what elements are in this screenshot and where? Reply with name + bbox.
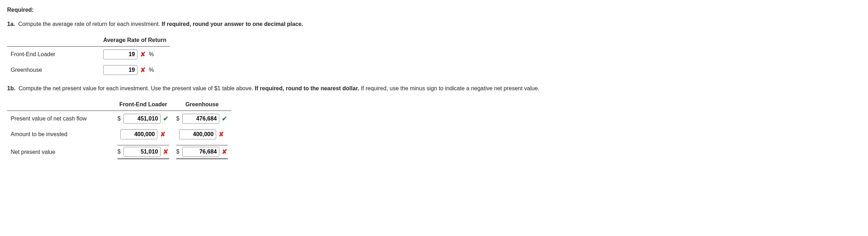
- row-label: Greenhouse: [7, 62, 100, 78]
- pv-input-greenhouse[interactable]: [182, 114, 219, 124]
- row-label: Amount to be invested: [7, 127, 114, 142]
- npv-input-greenhouse[interactable]: [182, 147, 219, 157]
- col-header-frontend: Front-End Loader: [114, 98, 173, 111]
- table-row: Front-End Loader ✘ %: [7, 47, 170, 63]
- question-1b: 1b. Compute the net present value for ea…: [7, 84, 861, 93]
- blank-header: [7, 34, 100, 47]
- q1b-tail2: If required, use the minus sign to indic…: [361, 85, 539, 91]
- q1b-text: Compute the net present value for each i…: [19, 85, 253, 91]
- q1a-number: 1a.: [7, 21, 15, 27]
- q1a-text: Compute the average rate of return for e…: [18, 21, 160, 27]
- avg-rate-input-greenhouse[interactable]: [103, 65, 137, 75]
- table-row: Amount to be invested ✘ ✘: [7, 127, 231, 142]
- percent-label: %: [149, 67, 154, 73]
- currency-label: $: [176, 149, 179, 155]
- npv-input-frontend[interactable]: [124, 147, 161, 157]
- wrong-icon: ✘: [221, 148, 228, 156]
- percent-label: %: [149, 51, 154, 58]
- header-avg-rate: Average Rate of Return: [100, 34, 170, 47]
- question-1a: 1a. Compute the average rate of return f…: [7, 20, 861, 28]
- row-label: Present value of net cash flow: [7, 111, 114, 127]
- col-header-greenhouse: Greenhouse: [173, 98, 231, 111]
- q1a-bold-tail: If required, round your answer to one de…: [162, 21, 303, 27]
- required-heading: Required:: [7, 6, 861, 14]
- pv-input-frontend[interactable]: [124, 114, 161, 124]
- wrong-icon: ✘: [163, 148, 169, 156]
- blank-header: [7, 98, 114, 111]
- currency-label: $: [176, 116, 179, 122]
- q1b-bold-tail: If required, round to the nearest dollar…: [255, 85, 359, 91]
- row-label: Net present value: [7, 142, 114, 162]
- wrong-icon: ✘: [140, 50, 146, 58]
- amount-input-frontend[interactable]: [120, 129, 157, 139]
- table-row: Present value of net cash flow $ ✔ $ ✔: [7, 111, 231, 127]
- table-npv: Front-End Loader Greenhouse Present valu…: [7, 98, 231, 162]
- wrong-icon: ✘: [160, 130, 166, 138]
- q1b-number: 1b.: [7, 85, 15, 91]
- table-average-rate: Average Rate of Return Front-End Loader …: [7, 34, 170, 78]
- amount-input-greenhouse[interactable]: [179, 129, 216, 139]
- currency-label: $: [117, 116, 121, 122]
- table-row: Net present value $ ✘ $ ✘: [7, 142, 231, 162]
- wrong-icon: ✘: [140, 66, 146, 74]
- check-icon: ✔: [221, 115, 228, 123]
- row-label: Front-End Loader: [7, 47, 100, 63]
- check-icon: ✔: [163, 115, 169, 123]
- currency-label: $: [117, 149, 121, 155]
- table-row: Greenhouse ✘ %: [7, 62, 170, 78]
- wrong-icon: ✘: [218, 130, 225, 138]
- avg-rate-input-frontend[interactable]: [103, 49, 137, 59]
